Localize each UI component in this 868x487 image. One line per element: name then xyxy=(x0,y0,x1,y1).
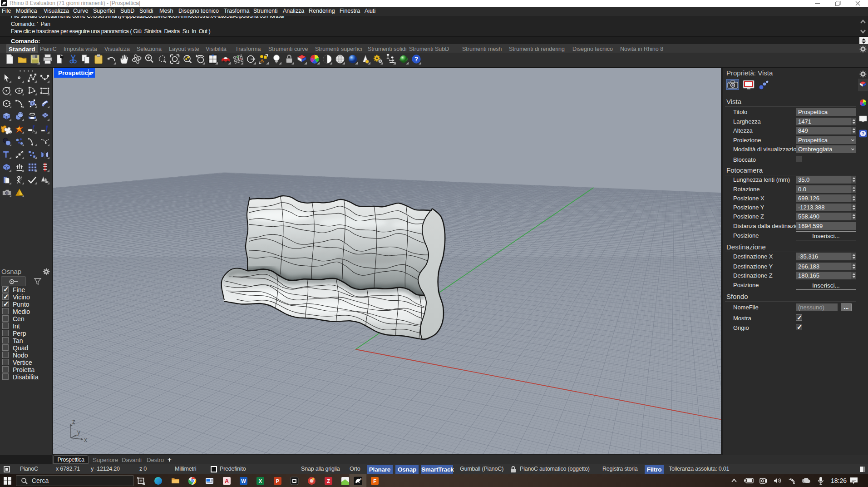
svg-text:F: F xyxy=(373,478,376,484)
svg-text:?: ? xyxy=(414,55,418,63)
svg-text:y: y xyxy=(77,428,80,436)
svg-text:Z: Z xyxy=(327,478,330,484)
svg-text:W: W xyxy=(241,478,246,484)
svg-text:P: P xyxy=(276,478,279,484)
svg-text:z: z xyxy=(72,418,75,425)
svg-text:A: A xyxy=(225,478,229,484)
svg-text:X: X xyxy=(259,478,262,484)
svg-text:x: x xyxy=(84,436,87,443)
svg-text:?: ? xyxy=(862,131,864,136)
